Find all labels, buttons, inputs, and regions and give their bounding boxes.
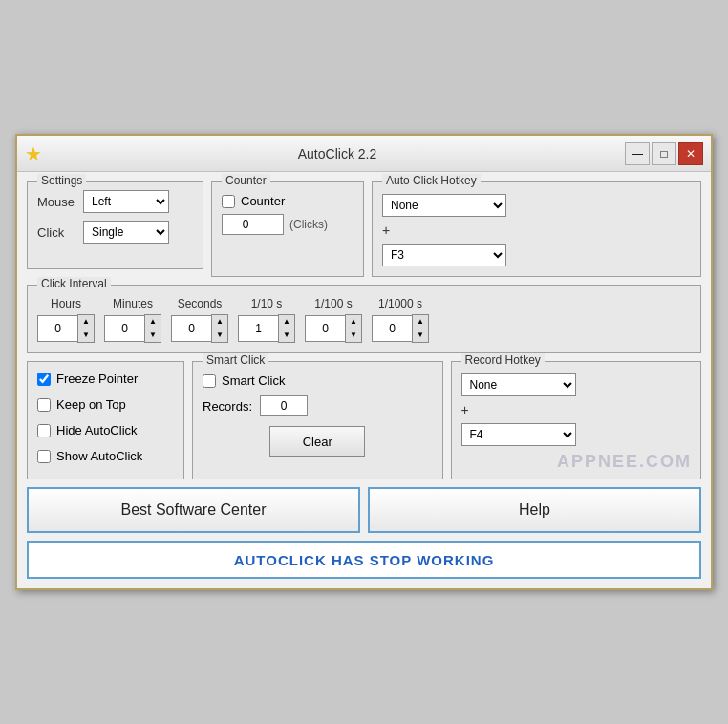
thousandth-down-btn[interactable]: ▼ — [413, 329, 428, 342]
interval-section: Click Interval Hours ▲ ▼ Minutes — [27, 285, 701, 353]
counter-input[interactable] — [222, 214, 284, 235]
records-label: Records: — [203, 399, 252, 414]
freeze-pointer-checkbox[interactable] — [37, 373, 51, 386]
tenth-down-btn[interactable]: ▼ — [279, 329, 294, 342]
smart-click-group: Smart Click Smart Click Records: Clear — [192, 361, 443, 479]
seconds-input[interactable] — [171, 315, 211, 342]
hundredth-spinner-btns: ▲ ▼ — [345, 314, 362, 343]
freeze-pointer-label: Freeze Pointer — [56, 372, 138, 386]
main-window: ★ AutoClick 2.2 — □ ✕ Settings Mouse Lef… — [15, 134, 713, 590]
counter-checkbox-label: Counter — [241, 194, 285, 208]
record-hotkey-head-label: Record Hotkey — [461, 353, 545, 367]
restore-button[interactable]: □ — [652, 142, 676, 165]
top-sections: Settings Mouse Left Middle Right Click — [27, 181, 701, 277]
software-center-button[interactable]: Best Software Center — [27, 487, 360, 533]
smart-click-head-label: Smart Click — [203, 353, 268, 367]
hours-col: Hours ▲ ▼ — [37, 297, 95, 343]
tenth-input[interactable] — [238, 315, 278, 342]
thousandth-up-btn[interactable]: ▲ — [413, 315, 428, 329]
status-text: AUTOCLICK HAS STOP WORKING — [234, 552, 495, 568]
hundredth-up-btn[interactable]: ▲ — [346, 315, 361, 329]
tenth-up-btn[interactable]: ▲ — [279, 315, 294, 329]
hours-down-btn[interactable]: ▼ — [78, 329, 94, 342]
minutes-up-btn[interactable]: ▲ — [145, 315, 161, 329]
mouse-field-row: Mouse Left Middle Right — [37, 190, 193, 213]
smart-click-checkbox-label: Smart Click — [222, 373, 285, 388]
click-select[interactable]: Single Double — [83, 221, 169, 244]
bottom-row: Freeze Pointer Keep on Top Hide AutoClic… — [27, 361, 701, 479]
counter-head-label: Counter — [222, 174, 270, 187]
minutes-col: Minutes ▲ ▼ — [104, 297, 161, 343]
main-buttons: Best Software Center Help — [27, 487, 701, 533]
hours-spinner: ▲ ▼ — [37, 314, 95, 343]
records-input[interactable] — [260, 395, 308, 416]
seconds-col: Seconds ▲ ▼ — [171, 297, 228, 343]
hotkey-group: Auto Click Hotkey None Ctrl Alt Shift + … — [372, 181, 701, 277]
show-autoclick-label: Show AutoClick — [56, 449, 142, 463]
thousandth-input[interactable] — [372, 315, 412, 342]
mouse-select[interactable]: Left Middle Right — [83, 190, 169, 213]
freeze-pointer-row: Freeze Pointer — [37, 372, 174, 386]
seconds-down-btn[interactable]: ▼ — [212, 329, 227, 342]
close-button[interactable]: ✕ — [678, 142, 703, 165]
hide-autoclick-label: Hide AutoClick — [56, 423, 138, 437]
hundredth-spinner: ▲ ▼ — [305, 314, 362, 343]
hundredth-col: 1/100 s ▲ ▼ — [305, 297, 362, 343]
counter-group: Counter Counter (Clicks) — [211, 181, 364, 277]
help-button[interactable]: Help — [368, 487, 701, 533]
mouse-label: Mouse — [37, 195, 75, 209]
window-controls: — □ ✕ — [625, 142, 703, 165]
show-autoclick-checkbox[interactable] — [37, 450, 51, 463]
hotkey-top-select[interactable]: None Ctrl Alt Shift — [382, 194, 506, 217]
hours-input[interactable] — [37, 315, 77, 342]
minutes-down-btn[interactable]: ▼ — [145, 329, 161, 342]
record-hotkey-bottom-select[interactable]: F3 F4 F5 F6 — [461, 423, 576, 446]
star-icon: ★ — [25, 142, 42, 165]
clear-button[interactable]: Clear — [269, 426, 365, 457]
seconds-up-btn[interactable]: ▲ — [212, 315, 227, 329]
minutes-label: Minutes — [113, 297, 153, 310]
hotkey-head-label: Auto Click Hotkey — [382, 174, 481, 187]
tenth-spinner: ▲ ▼ — [238, 314, 295, 343]
hundredth-label: 1/100 s — [314, 297, 352, 310]
keep-on-top-row: Keep on Top — [37, 397, 174, 412]
interval-cols: Hours ▲ ▼ Minutes ▲ — [37, 297, 691, 343]
keep-on-top-label: Keep on Top — [56, 397, 126, 412]
hotkey-rows: None Ctrl Alt Shift + F3 F4 F5 F6 — [382, 194, 691, 266]
hours-up-btn[interactable]: ▲ — [78, 315, 94, 329]
thousandth-label: 1/1000 s — [378, 297, 422, 310]
hide-autoclick-checkbox[interactable] — [37, 424, 51, 437]
seconds-label: Seconds — [178, 297, 223, 310]
click-field-row: Click Single Double — [37, 221, 193, 244]
plus-symbol: + — [382, 223, 691, 238]
tenth-label: 1/10 s — [251, 297, 283, 310]
keep-on-top-checkbox[interactable] — [37, 398, 51, 412]
thousandth-spinner-btns: ▲ ▼ — [412, 314, 429, 343]
record-plus-symbol: + — [461, 402, 692, 417]
minutes-spinner: ▲ ▼ — [104, 314, 161, 343]
minutes-input[interactable] — [104, 315, 144, 342]
counter-checkbox-row: Counter — [222, 194, 353, 208]
record-hotkey-rows: None Ctrl Alt Shift + F3 F4 F5 F6 — [461, 373, 692, 446]
tenth-spinner-btns: ▲ ▼ — [278, 314, 295, 343]
tenth-col: 1/10 s ▲ ▼ — [238, 297, 295, 343]
hundredth-down-btn[interactable]: ▼ — [346, 329, 361, 342]
record-hotkey-top-select[interactable]: None Ctrl Alt Shift — [461, 373, 576, 396]
interval-head-label: Click Interval — [37, 277, 111, 290]
counter-checkbox[interactable] — [222, 195, 235, 208]
minutes-spinner-btns: ▲ ▼ — [144, 314, 161, 343]
smart-click-checkbox[interactable] — [203, 374, 216, 388]
seconds-spinner: ▲ ▼ — [171, 314, 228, 343]
hide-autoclick-row: Hide AutoClick — [37, 423, 174, 437]
seconds-spinner-btns: ▲ ▼ — [211, 314, 228, 343]
hundredth-input[interactable] — [305, 315, 345, 342]
thousandth-col: 1/1000 s ▲ ▼ — [372, 297, 429, 343]
smart-click-checkbox-row: Smart Click — [203, 373, 433, 388]
hours-spinner-btns: ▲ ▼ — [77, 314, 95, 343]
hotkey-bottom-select[interactable]: F3 F4 F5 F6 — [382, 244, 506, 266]
status-bar: AUTOCLICK HAS STOP WORKING — [27, 541, 701, 579]
minimize-button[interactable]: — — [625, 142, 650, 165]
hours-label: Hours — [51, 297, 81, 310]
settings-label: Settings — [37, 174, 86, 187]
records-row: Records: — [203, 395, 433, 416]
